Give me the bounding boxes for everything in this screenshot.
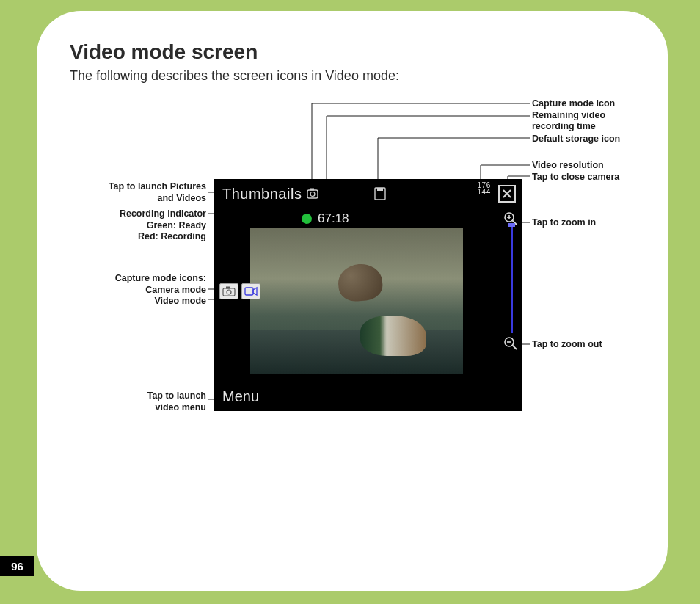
page-number-tab: 96 bbox=[0, 556, 34, 576]
svg-marker-18 bbox=[253, 288, 257, 295]
svg-point-8 bbox=[310, 192, 315, 197]
viewfinder bbox=[250, 228, 463, 374]
svg-line-24 bbox=[513, 346, 517, 350]
svg-point-15 bbox=[227, 290, 231, 294]
screen-topbar: Thumbnails 176 144 bbox=[214, 179, 522, 208]
video-mode-button[interactable] bbox=[241, 283, 260, 299]
remaining-time: 67:18 bbox=[318, 211, 349, 226]
device-screen: Thumbnails 176 144 67:18 bbox=[214, 179, 522, 411]
diagram-area: Capture mode icon Remaining video record… bbox=[70, 98, 635, 465]
water-shape bbox=[250, 330, 463, 374]
duck-shape-1 bbox=[337, 262, 384, 302]
storage-icon bbox=[373, 186, 390, 201]
svg-rect-17 bbox=[245, 288, 253, 295]
recording-row: 67:18 bbox=[302, 211, 349, 226]
page-title: Video mode screen bbox=[70, 40, 635, 64]
resolution-h: 144 bbox=[478, 188, 491, 196]
capture-mode-icon bbox=[306, 187, 322, 200]
svg-rect-7 bbox=[307, 190, 318, 198]
zoom-slider[interactable] bbox=[511, 223, 513, 333]
duck-shape-2 bbox=[360, 316, 426, 356]
svg-rect-11 bbox=[377, 188, 383, 191]
capture-mode-switcher bbox=[219, 283, 260, 299]
svg-rect-16 bbox=[226, 287, 230, 289]
page-number: 96 bbox=[11, 560, 23, 572]
manual-page: Video mode screen The following describe… bbox=[37, 11, 668, 591]
close-button[interactable] bbox=[498, 185, 516, 203]
zoom-slider-handle[interactable] bbox=[508, 223, 515, 227]
svg-rect-9 bbox=[310, 189, 314, 191]
zoom-out-button[interactable] bbox=[503, 336, 518, 351]
menu-button[interactable]: Menu bbox=[222, 388, 259, 405]
thumbnails-button[interactable]: Thumbnails bbox=[222, 186, 302, 203]
page-subtitle: The following describes the screen icons… bbox=[70, 68, 635, 84]
recording-indicator-icon bbox=[302, 214, 312, 224]
resolution-indicator: 176 144 bbox=[473, 182, 491, 195]
camera-mode-button[interactable] bbox=[219, 283, 238, 299]
